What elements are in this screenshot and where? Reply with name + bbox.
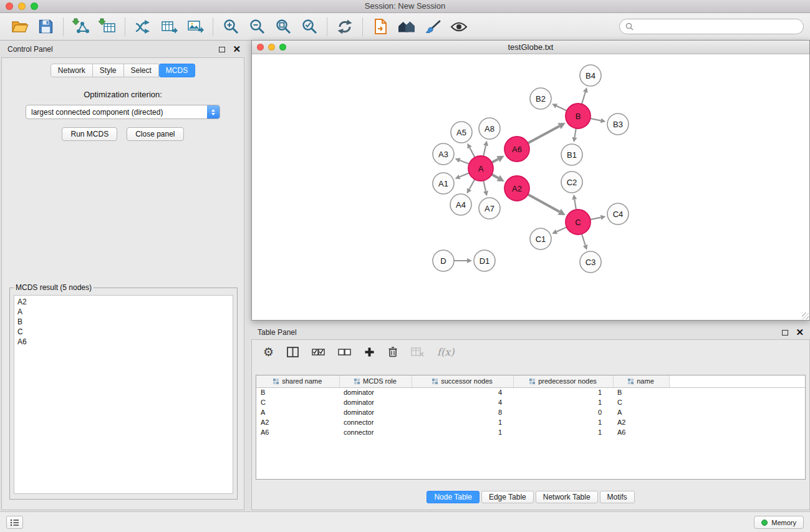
network-close-button[interactable] [257,44,264,51]
table-row[interactable]: Adominator80A [256,407,805,417]
tab-network-table[interactable]: Network Table [536,491,598,503]
list-item[interactable]: A2 [17,297,229,307]
float-panel-icon[interactable] [219,47,225,52]
network-node[interactable]: A3 [433,143,454,165]
close-panel-icon[interactable]: ✕ [796,329,804,336]
dropdown-stepper-icon [207,105,219,119]
network-node[interactable]: B [566,104,591,128]
column-label: predecessor nodes [538,377,597,385]
window-controls [6,2,38,10]
show-panels-button[interactable] [6,516,23,529]
refresh-button[interactable] [332,15,358,39]
export-image-button[interactable] [182,15,208,39]
home-button[interactable] [393,15,420,39]
network-node[interactable]: A2 [504,176,529,201]
criterion-dropdown[interactable]: largest connected component (directed) [26,105,220,119]
maximize-button[interactable] [31,2,38,10]
zoom-in-button[interactable] [218,15,244,39]
tab-select[interactable]: Select [124,64,159,77]
list-item[interactable]: C [17,327,229,337]
tab-edge-table[interactable]: Edge Table [481,491,534,503]
table-row[interactable]: A2connector11A2 [256,417,805,427]
table-row[interactable]: Cdominator41C [256,397,805,407]
float-panel-icon[interactable] [782,330,788,336]
export-network-button[interactable] [130,15,156,39]
eye-button[interactable] [446,15,472,39]
table-cell-filler [669,427,805,437]
close-panel-button[interactable]: Close panel [127,127,183,141]
table-cell: dominator [339,397,412,407]
table-settings-button[interactable]: ⚙ [263,346,274,358]
tab-motifs[interactable]: Motifs [600,491,635,503]
tab-mcds[interactable]: MCDS [159,64,195,77]
network-node[interactable]: A1 [433,173,454,194]
column-header[interactable]: name [613,375,669,387]
edge-arrowhead-icon [467,258,472,263]
network-window-titlebar[interactable]: testGlobe.txt [252,41,809,54]
column-header[interactable]: MCDS role [339,375,412,387]
table-row[interactable]: Bdominator41B [256,387,805,397]
delete-row-button[interactable] [388,346,398,357]
table-row[interactable]: A6connector11A6 [256,427,805,437]
tab-node-table[interactable]: Node Table [427,491,480,503]
network-node[interactable]: B4 [580,65,601,86]
list-item[interactable]: B [17,317,229,327]
deselect-all-button[interactable] [338,347,351,357]
save-session-button[interactable] [32,15,59,39]
import-table-button[interactable] [94,15,120,39]
network-node[interactable]: A6 [504,137,529,162]
network-node[interactable]: A4 [450,194,471,215]
memory-button[interactable]: Memory [754,516,804,529]
import-network-button[interactable] [68,15,94,39]
resize-grip[interactable] [802,312,809,319]
delete-table-button[interactable] [411,347,424,357]
close-button[interactable] [6,2,13,10]
zoom-out-button[interactable] [244,15,270,39]
network-node[interactable]: C1 [530,228,551,249]
network-node[interactable]: C4 [607,203,629,225]
network-node[interactable]: D1 [474,250,495,271]
list-item[interactable]: A6 [17,337,229,347]
svg-text:C1: C1 [536,235,546,244]
network-node[interactable]: C3 [580,251,601,273]
table-cell: dominator [339,387,412,397]
column-header[interactable]: shared name [256,375,339,387]
run-mcds-button[interactable]: Run MCDS [62,127,117,141]
zoom-selected-button[interactable] [296,15,322,39]
svg-text:A7: A7 [485,204,494,213]
add-row-button[interactable] [364,347,375,357]
zoom-selected-icon [301,18,318,35]
network-maximize-button[interactable] [279,44,286,51]
network-node[interactable]: A8 [479,118,500,139]
mcds-result-list[interactable]: A2ABCA6 [14,295,233,494]
network-node[interactable]: B2 [530,88,551,109]
open-session-button[interactable] [6,15,32,39]
tab-network[interactable]: Network [51,64,93,77]
style-brush-button[interactable] [420,15,446,39]
network-node[interactable]: B1 [561,144,582,165]
network-canvas[interactable]: B4B2BB3A5A8A6B1A3AC2A1A2A4A7C4CC1C3DD1 [252,54,809,320]
close-panel-icon[interactable]: ✕ [233,46,241,52]
tab-style[interactable]: Style [93,64,124,77]
network-minimize-button[interactable] [268,44,275,51]
network-node[interactable]: C2 [561,172,582,193]
select-all-button[interactable] [312,347,325,357]
network-node[interactable]: C [566,210,591,235]
show-columns-button[interactable] [287,347,299,357]
function-builder-button[interactable]: f(x) [437,346,454,358]
export-table-button[interactable] [156,15,182,39]
network-node[interactable]: D [433,250,454,271]
network-node[interactable]: A7 [479,198,500,219]
minimize-button[interactable] [18,2,26,10]
table-cell: C [613,397,669,407]
network-node[interactable]: A [468,156,493,181]
network-node[interactable]: A5 [451,122,472,143]
zoom-fit-button[interactable] [270,15,296,39]
column-header[interactable]: predecessor nodes [513,375,613,387]
search-input[interactable] [637,22,798,31]
network-node[interactable]: B3 [607,114,629,135]
search-box[interactable] [619,19,804,34]
list-item[interactable]: A [17,307,229,317]
open-document-button[interactable] [367,15,393,39]
column-header[interactable]: successor nodes [412,375,513,387]
